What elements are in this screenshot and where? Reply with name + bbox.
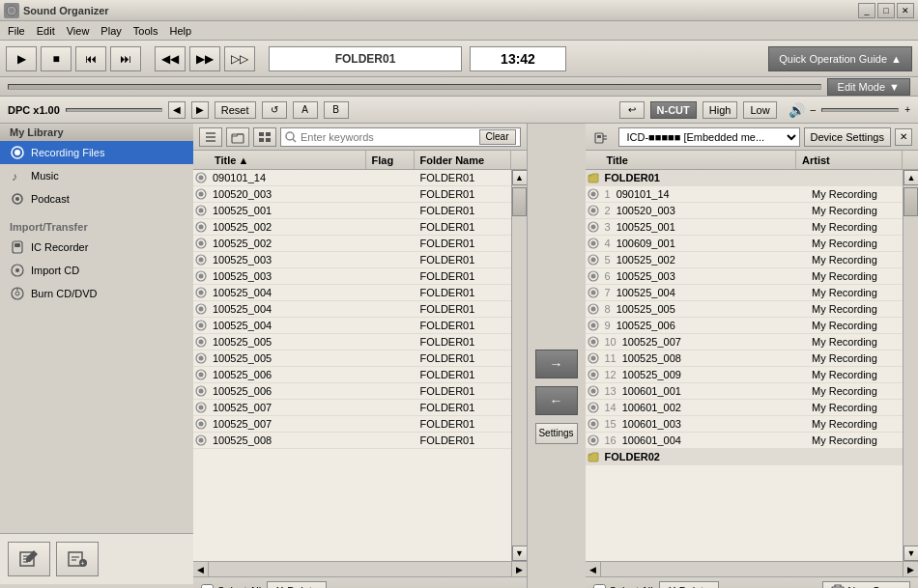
select-all-checkbox[interactable] <box>201 584 214 588</box>
middle-scrollbar[interactable]: ▲ ▼ <box>511 170 527 561</box>
folder-row[interactable]: FOLDER02 <box>586 449 904 465</box>
table-row[interactable]: 10 100525_007 My Recording <box>586 334 904 350</box>
table-row[interactable]: 100525_008 FOLDER01 <box>193 433 511 449</box>
table-row[interactable]: 100525_003 FOLDER01 <box>193 268 511 285</box>
right-delete-button[interactable]: ✕ Delete <box>659 581 719 589</box>
settings-button[interactable]: Settings <box>535 423 578 444</box>
table-row[interactable]: 100525_004 FOLDER01 <box>193 285 511 301</box>
clear-button[interactable]: Clear <box>479 129 516 145</box>
right-horiz-scroll[interactable]: ◀ ▶ <box>586 561 919 576</box>
restore-button[interactable]: □ <box>877 3 895 18</box>
col-header-folder[interactable]: Folder Name <box>415 151 511 169</box>
next-button[interactable]: ⏭ <box>110 46 141 71</box>
table-row[interactable]: 12 100525_009 My Recording <box>586 367 904 383</box>
close-right-panel-button[interactable]: ✕ <box>895 128 912 146</box>
right-col-header-title[interactable]: Title <box>601 151 797 169</box>
stop-button[interactable]: ■ <box>41 46 72 71</box>
right-select-all-checkbox[interactable] <box>593 584 606 588</box>
table-row[interactable]: 090101_14 FOLDER01 <box>193 170 511 186</box>
play-button[interactable]: ▶ <box>6 46 37 71</box>
rewind-button[interactable]: ◀◀ <box>155 46 186 71</box>
forward-button[interactable]: ▶▶ <box>189 46 220 71</box>
minimize-button[interactable]: _ <box>858 3 875 18</box>
menu-play[interactable]: Play <box>95 23 127 39</box>
playback-icon-button[interactable]: ↩ <box>619 101 645 119</box>
close-button[interactable]: ✕ <box>897 3 914 18</box>
loop-button[interactable]: ↺ <box>262 101 287 119</box>
add-note-button[interactable]: + <box>56 542 99 576</box>
table-row[interactable]: 100525_006 FOLDER01 <box>193 367 511 383</box>
list-view-button[interactable] <box>199 127 222 147</box>
b-button[interactable]: B <box>324 101 349 119</box>
high-button[interactable]: High <box>703 101 738 119</box>
right-scroll-down[interactable]: ▼ <box>904 546 918 561</box>
table-row[interactable]: 15 100601_003 My Recording <box>586 416 904 433</box>
table-row[interactable]: 100525_001 FOLDER01 <box>193 203 511 219</box>
device-settings-button[interactable]: Device Settings <box>804 127 891 147</box>
menu-view[interactable]: View <box>61 23 96 39</box>
sidebar-item-burn-cd[interactable]: Burn CD/DVD <box>0 282 193 305</box>
menu-tools[interactable]: Tools <box>128 23 164 39</box>
ab-button[interactable]: A <box>293 101 318 119</box>
table-row[interactable]: 100525_005 FOLDER01 <box>193 350 511 367</box>
select-all-checkbox-label[interactable]: Select All <box>201 584 261 588</box>
menu-file[interactable]: File <box>2 23 31 39</box>
scroll-thumb[interactable] <box>512 187 527 216</box>
edit-note-button[interactable] <box>8 542 50 576</box>
col-header-title[interactable]: Title ▲ <box>209 151 366 169</box>
right-select-all-label[interactable]: Select All <box>593 584 653 588</box>
table-row[interactable]: 16 100601_004 My Recording <box>586 433 904 449</box>
sidebar-item-music[interactable]: ♪ Music <box>0 164 193 187</box>
sidebar-item-podcast[interactable]: Podcast <box>0 187 193 210</box>
slow-button[interactable]: ▷▷ <box>224 46 255 71</box>
table-row[interactable]: 2 100520_003 My Recording <box>586 203 904 219</box>
table-row[interactable]: 13 100601_001 My Recording <box>586 383 904 400</box>
transfer-forward-button[interactable]: → <box>535 350 578 378</box>
table-row[interactable]: 9 100525_006 My Recording <box>586 318 904 334</box>
dpc-decrease-button[interactable]: ◀ <box>168 101 186 119</box>
menu-help[interactable]: Help <box>163 23 197 39</box>
prev-button[interactable]: ⏮ <box>75 46 106 71</box>
table-row[interactable]: 4 100609_001 My Recording <box>586 236 904 252</box>
table-row[interactable]: 7 100525_004 My Recording <box>586 285 904 301</box>
table-row[interactable]: 100525_005 FOLDER01 <box>193 334 511 350</box>
sidebar-item-recording-files[interactable]: Recording Files <box>0 141 193 164</box>
volume-slider[interactable] <box>821 108 899 112</box>
sidebar-item-ic-recorder[interactable]: IC Recorder <box>0 236 193 259</box>
table-row[interactable]: 14 100601_002 My Recording <box>586 400 904 416</box>
table-row[interactable]: 1 090101_14 My Recording <box>586 186 904 203</box>
search-input[interactable] <box>301 131 475 143</box>
table-row[interactable]: 100525_007 FOLDER01 <box>193 400 511 416</box>
sidebar-item-import-cd[interactable]: Import CD <box>0 259 193 282</box>
quick-operation-button[interactable]: Quick Operation Guide ▲ <box>768 46 912 71</box>
table-row[interactable]: 100525_006 FOLDER01 <box>193 383 511 400</box>
dpc-increase-button[interactable]: ▶ <box>191 101 209 119</box>
folder-view-button[interactable] <box>226 127 249 147</box>
detail-view-button[interactable] <box>253 127 276 147</box>
table-row[interactable]: 6 100525_003 My Recording <box>586 268 904 285</box>
middle-horiz-scroll[interactable]: ◀ ▶ <box>193 561 527 576</box>
table-row[interactable]: 8 100525_005 My Recording <box>586 301 904 318</box>
folder-row[interactable]: FOLDER01 <box>586 170 904 186</box>
low-button[interactable]: Low <box>743 101 776 119</box>
transfer-backward-button[interactable]: ← <box>535 386 578 415</box>
device-select[interactable]: ICD-■■■■■ [Embedded me... <box>618 127 800 147</box>
scroll-down-arrow[interactable]: ▼ <box>512 546 527 561</box>
table-row[interactable]: 100525_004 FOLDER01 <box>193 301 511 318</box>
table-row[interactable]: 3 100525_001 My Recording <box>586 219 904 236</box>
right-col-header-artist[interactable]: Artist <box>796 151 903 169</box>
table-row[interactable]: 100520_003 FOLDER01 <box>193 186 511 203</box>
edit-mode-button[interactable]: Edit Mode ▼ <box>827 78 910 96</box>
table-row[interactable]: 100525_007 FOLDER01 <box>193 416 511 433</box>
right-scrollbar[interactable]: ▲ ▼ <box>903 170 918 561</box>
table-row[interactable]: 5 100525_002 My Recording <box>586 252 904 268</box>
dpc-reset-button[interactable]: Reset <box>215 101 256 119</box>
table-row[interactable]: 100525_003 FOLDER01 <box>193 252 511 268</box>
dpc-slider[interactable] <box>66 108 162 112</box>
table-row[interactable]: 100525_004 FOLDER01 <box>193 318 511 334</box>
ncut-button[interactable]: N-CUT <box>650 101 697 119</box>
scroll-up-arrow[interactable]: ▲ <box>512 170 527 185</box>
menu-edit[interactable]: Edit <box>31 23 61 39</box>
col-header-flag[interactable]: Flag <box>366 151 415 169</box>
right-scroll-up[interactable]: ▲ <box>904 170 918 185</box>
